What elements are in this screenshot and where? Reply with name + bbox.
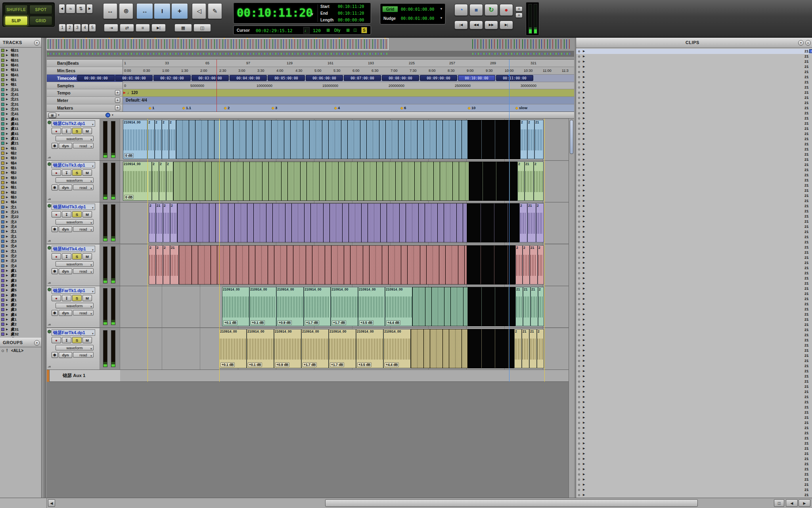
automation-mode-button[interactable]: read▼ [73,310,94,316]
track-view-selector[interactable]: waveform▼ [56,303,94,308]
grabber-tool-button[interactable]: + [171,3,188,19]
ruler-row-5[interactable] [123,97,574,104]
sidebar-track-row[interactable]: ▶锦21 [0,48,41,53]
sidebar-track-row[interactable]: ▶虞41 [0,131,41,137]
audio-clip[interactable]: 2 [170,203,177,242]
audio-clip[interactable]: 210914_00+0.1 dB [249,287,276,326]
audio-clip[interactable]: 21 [523,287,530,326]
sidebar-track-row[interactable]: ▶虞2 [0,273,41,278]
loop-playback-button[interactable]: ↻ [485,4,498,16]
sidebar-track-row[interactable]: ▶虞4 [0,312,41,318]
input-monitor-button[interactable]: ↧ [62,253,71,260]
clip-list-item[interactable]: ▶21 [576,193,812,198]
sidebar-track-row[interactable]: ▶北21 [0,210,41,215]
clip-list-item[interactable]: ▶21 [576,405,812,410]
sidebar-track-row[interactable]: ▶北41 [0,112,41,117]
ruler-view-dropdown-icon[interactable]: ▼ [57,114,60,116]
clip-list-item[interactable]: ▶21 [576,353,812,358]
clip-list-item[interactable]: ▶21 [576,245,812,250]
conductor-icon[interactable]: ▦ [326,28,330,32]
elastic-audio-button[interactable]: ✱ [52,268,58,274]
slip-mode-button[interactable]: SLIP [5,16,28,25]
audio-clip[interactable]: 21 [170,245,179,285]
zoom-preset-5[interactable]: 5 [89,24,96,32]
timecode-cell[interactable]: 00:06:00:00 [306,75,343,81]
audio-clip[interactable]: 21 [156,203,163,242]
audio-clip[interactable]: 210914_00+0.1 dB [247,329,274,368]
audio-clip[interactable]: 2 [166,162,173,201]
clip-list-item[interactable]: ▶21 [576,173,812,178]
scroll-home-button[interactable]: ◀ [48,499,55,507]
sidebar-track-row[interactable]: ▶锦31 [0,58,41,63]
clip-list-item[interactable]: ▶21 [576,59,812,64]
clip-list-item[interactable]: ▶21 [576,54,812,59]
clip-list-item[interactable]: ▶21 [576,131,812,137]
audio-clip[interactable]: 210914_00+1.7 dB [331,287,358,326]
sidebar-track-row[interactable]: ▶虞1 [0,298,41,303]
audio-clip[interactable]: 2 [536,203,544,242]
stop-button[interactable]: ■ [469,4,483,16]
sidebar-track-row[interactable]: ▶虞4 [0,337,41,337]
dyn-button[interactable]: dyn [59,143,72,149]
track-name-button[interactable]: 锦瑟ClsTk3.dp1▼ [52,162,95,168]
marker[interactable]: ◆slow [515,106,527,110]
audio-clip[interactable]: 210914_00+0.1 dB [222,287,249,326]
shuffle-mode-button[interactable]: SHUFFLE [5,5,28,14]
audio-clip[interactable]: 2 [537,329,544,368]
sidebar-track-row[interactable]: ▶北31 [0,87,41,92]
clip-list-item[interactable]: ▶21 [576,348,812,353]
timecode-cell[interactable]: 00:01:00:00 [115,75,153,81]
clip-list-item[interactable]: ▶21 [576,235,812,240]
mirror-icon[interactable]: ◫ [353,28,357,32]
timecode-cell[interactable]: 00:11:00:00 [496,75,533,81]
marker[interactable]: ◆1 [149,106,154,110]
clip-list-item[interactable]: ▶21 [576,384,812,389]
clip-list-item[interactable]: ▶21 [576,250,812,255]
clip-list-item[interactable]: ▶21 [576,389,812,394]
clip-list-item[interactable]: ▶21 [576,487,812,493]
zoom-preset-4[interactable]: 4 [81,24,88,32]
transport-menu-button[interactable]: ≡ [515,6,523,12]
audio-clip[interactable]: 2 [169,120,176,159]
sidebar-track-row[interactable]: ▶锦1 [0,185,41,190]
sidebar-track-row[interactable]: ▶北1 [0,205,41,210]
sidebar-track-row[interactable]: ▶虞1 [0,268,41,273]
input-monitor-button[interactable]: ↧ [62,211,71,217]
ruler-view-selector-button[interactable]: ▦ [48,113,56,118]
audio-clip[interactable]: 2 [156,245,163,285]
audio-clip[interactable]: 210914_00+1.7 dB [304,287,331,326]
clip-list-item[interactable]: ▶21 [576,188,812,193]
sidebar-track-row[interactable]: ▶北1 [0,249,41,254]
track-lane[interactable]: 221212210914_00+0.1 dB210914_00+0.1 dB21… [120,328,574,369]
clip-list-item[interactable]: ▶21 [576,410,812,415]
add-event-button[interactable]: + [115,90,120,95]
sidebar-track-row[interactable]: ▶锦1 [0,165,41,171]
clip-list-item[interactable]: ▶21 [576,75,812,80]
audio-clip[interactable]: 21 [530,245,538,285]
sidebar-track-row[interactable]: ▶锦11 [0,67,41,73]
ruler-label-min-secs[interactable]: Min:Secs [47,67,123,75]
timebase-dropdown-icon[interactable]: ▼ [111,114,114,116]
audio-clip[interactable]: 2 [149,203,156,242]
clip-list-item[interactable]: ▶21 [576,462,812,467]
clip-list-item[interactable]: ▶21 [576,260,812,266]
mute-button[interactable]: M [82,211,92,217]
tempo-event[interactable]: ♩120 [127,90,138,95]
clip-list-item[interactable]: ▶21 [576,333,812,338]
timecode-cell[interactable]: 00:00:00:00 [77,75,115,81]
audio-clip-group[interactable] [411,329,468,368]
mute-button[interactable]: M [82,169,92,176]
mute-button[interactable]: M [82,253,92,260]
spot-mode-button[interactable]: SPOT [29,5,52,14]
sidebar-track-row[interactable]: ▶北1 [0,229,41,234]
sidebar-track-row[interactable]: ▶虞5 [0,288,41,293]
sidebar-track-row[interactable]: ▶北31 [0,107,41,112]
sidebar-track-row[interactable]: ▶虞21 [0,141,41,146]
aux-track-lane[interactable] [120,370,574,381]
dyn-button[interactable]: dyn [59,268,72,274]
clip-list-item[interactable]: ▶21 [576,100,812,106]
sidebar-track-row[interactable]: ▶锦2 [0,190,41,195]
input-monitor-button[interactable]: ↧ [62,295,71,301]
audio-clip[interactable]: 210914_000 dB [123,120,147,159]
audio-clip[interactable]: 21 [529,329,537,368]
